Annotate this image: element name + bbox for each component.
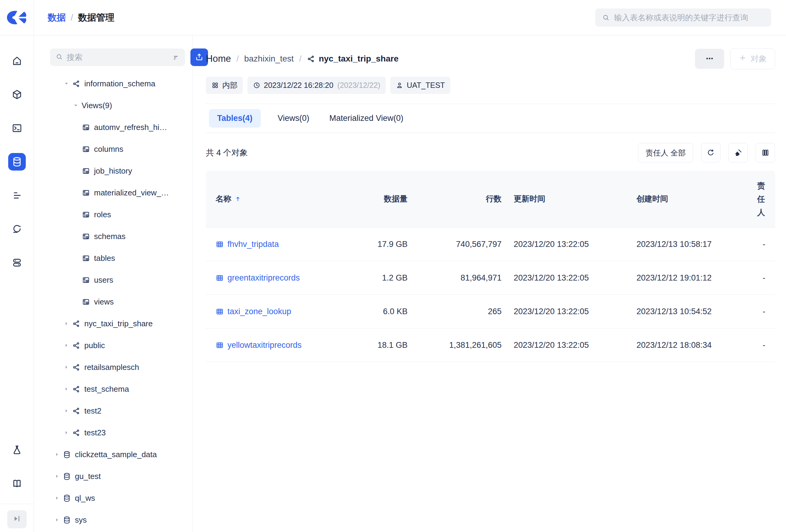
badge-uat-test: UAT_TEST xyxy=(390,77,450,94)
table-link-greentaxitriprecords[interactable]: greentaxitriprecords xyxy=(215,273,300,283)
caret-right-icon[interactable] xyxy=(63,342,70,349)
header-actions: 对象 xyxy=(695,48,775,69)
columns-button[interactable] xyxy=(756,143,775,162)
brand-logo-icon xyxy=(7,10,27,25)
cell-rows: 81,964,971 xyxy=(408,273,502,283)
sidebar-search[interactable] xyxy=(50,48,185,66)
caret-right-icon[interactable] xyxy=(63,364,70,370)
owner-filter-button[interactable]: 责任人 全部 xyxy=(638,143,693,162)
dbcyl-icon xyxy=(63,516,71,524)
refresh-button[interactable] xyxy=(701,143,720,162)
tree-item-label: clickzetta_sample_data xyxy=(75,450,157,459)
caret-right-icon[interactable] xyxy=(63,386,70,392)
rail-item-monitor[interactable] xyxy=(8,220,26,238)
schema-icon xyxy=(72,320,80,328)
columns3-icon xyxy=(761,148,770,157)
table-name-label: fhvhv_tripdata xyxy=(227,240,279,249)
schema-icon xyxy=(72,429,80,437)
rail-top xyxy=(8,52,26,271)
more-actions-button[interactable] xyxy=(695,49,724,69)
tree-item-ql-ws[interactable]: ql_ws xyxy=(50,487,176,509)
logo[interactable] xyxy=(0,0,34,35)
meta-badges: 内部2023/12/22 16:28:20(2023/12/22)UAT_TES… xyxy=(206,77,775,94)
tree-item-information-schema[interactable]: information_schema xyxy=(50,73,176,95)
filter-icon[interactable] xyxy=(172,54,180,61)
main-content: Home/bazhixin_test/nyc_taxi_trip_share 对… xyxy=(192,35,786,532)
caret-right-icon[interactable] xyxy=(54,495,60,501)
breadcrumb-item-bazhixin-test[interactable]: bazhixin_test xyxy=(244,54,294,64)
breadcrumb-separator: / xyxy=(299,54,302,64)
tree-item-materialized-view[interactable]: materialized_view_… xyxy=(50,182,176,203)
tree-item-retailsamplesch[interactable]: retailsamplesch xyxy=(50,356,176,378)
tree-item-test2[interactable]: test2 xyxy=(50,400,176,422)
global-search[interactable] xyxy=(595,8,771,27)
caret-down-icon[interactable] xyxy=(63,80,70,87)
sort-ascending-icon[interactable] xyxy=(234,195,241,202)
caret-right-icon[interactable] xyxy=(63,320,70,327)
cell-name: fhvhv_tripdata xyxy=(215,240,332,249)
tree-item-schemas[interactable]: schemas xyxy=(50,225,176,247)
gauge-icon xyxy=(11,224,22,235)
caret-right-icon[interactable] xyxy=(54,451,60,458)
tree-item-users[interactable]: users xyxy=(50,269,176,291)
breadcrumb-section[interactable]: 数据 xyxy=(48,11,66,24)
table-link-taxi-zone-lookup[interactable]: taxi_zone_lookup xyxy=(215,307,291,316)
rail-item-docs[interactable] xyxy=(8,475,26,492)
tab-tables-4[interactable]: Tables(4) xyxy=(209,109,261,127)
tree-item-nyc-taxi-trip-share[interactable]: nyc_taxi_trip_share xyxy=(50,313,176,335)
caret-right-icon[interactable] xyxy=(63,408,70,414)
tree-item-label: retailsamplesch xyxy=(84,363,139,372)
broom-icon xyxy=(734,148,742,157)
column-header-label: 行数 xyxy=(486,194,502,203)
clock-icon xyxy=(253,81,260,89)
breadcrumb-item-home[interactable]: Home xyxy=(206,53,231,64)
tree-item-sys[interactable]: sys xyxy=(50,509,176,531)
tree-item-gu-test[interactable]: gu_test xyxy=(50,465,176,487)
tree-item-columns[interactable]: columns xyxy=(50,138,176,160)
tree-item-views-9[interactable]: Views(9) xyxy=(50,95,176,116)
tree-item-automv-refresh-hi[interactable]: automv_refresh_hi… xyxy=(50,116,176,138)
caret-right-icon[interactable] xyxy=(54,473,60,480)
table-link-yellowtaxitriprecords[interactable]: yellowtaxitriprecords xyxy=(215,341,302,350)
cell-size: 17.9 GB xyxy=(332,240,408,249)
table-link-fhvhv-tripdata[interactable]: fhvhv_tripdata xyxy=(215,240,279,249)
tree-item-label: information_schema xyxy=(84,79,155,89)
cell-rows: 740,567,797 xyxy=(408,240,502,249)
caret-down-icon[interactable] xyxy=(72,102,79,109)
rail-item-tasks[interactable] xyxy=(8,187,26,204)
tree-item-test-schema[interactable]: test_schema xyxy=(50,378,176,400)
tree-item-views[interactable]: views xyxy=(50,291,176,313)
rail-item-compute[interactable] xyxy=(8,254,26,271)
rail-item-data[interactable] xyxy=(8,153,26,171)
tab-views-0[interactable]: Views(0) xyxy=(275,109,313,127)
cell-owner: - xyxy=(747,307,765,316)
sidebar-search-row xyxy=(50,48,176,66)
tree-item-label: Views(9) xyxy=(82,101,112,110)
cell-updated: 2023/12/20 13:22:05 xyxy=(502,240,624,249)
rail-item-home[interactable] xyxy=(8,52,26,70)
clean-button[interactable] xyxy=(729,143,748,162)
rail-item-modules[interactable] xyxy=(8,86,26,103)
column-header-label: 责任人 xyxy=(757,179,765,219)
tree-item-clickzetta-sample-data[interactable]: clickzetta_sample_data xyxy=(50,443,176,465)
tab-materialized-view-0[interactable]: Materialized View(0) xyxy=(326,109,406,127)
tree-item-job-history[interactable]: job_history xyxy=(50,160,176,182)
add-object-button[interactable]: 对象 xyxy=(730,48,775,69)
column-header-[interactable]: 名称 xyxy=(215,194,332,204)
schema-icon xyxy=(307,55,315,63)
caret-right-icon[interactable] xyxy=(54,516,60,523)
tree-item-public[interactable]: public xyxy=(50,335,176,356)
caret-right-icon[interactable] xyxy=(63,429,70,436)
rail-item-lab[interactable] xyxy=(8,441,26,459)
collapse-sidebar-button[interactable] xyxy=(7,510,27,528)
tree-item-roles[interactable]: roles xyxy=(50,203,176,225)
global-search-input[interactable] xyxy=(614,13,764,22)
rail-bottom xyxy=(8,441,26,492)
tree-item-label: columns xyxy=(94,145,123,154)
sidebar-search-input[interactable] xyxy=(67,53,168,62)
cell-owner: - xyxy=(747,240,765,249)
cell-name: taxi_zone_lookup xyxy=(215,307,332,316)
rail-item-terminal[interactable] xyxy=(8,119,26,137)
tree-item-tables[interactable]: tables xyxy=(50,247,176,269)
tree-item-test23[interactable]: test23 xyxy=(50,422,176,443)
